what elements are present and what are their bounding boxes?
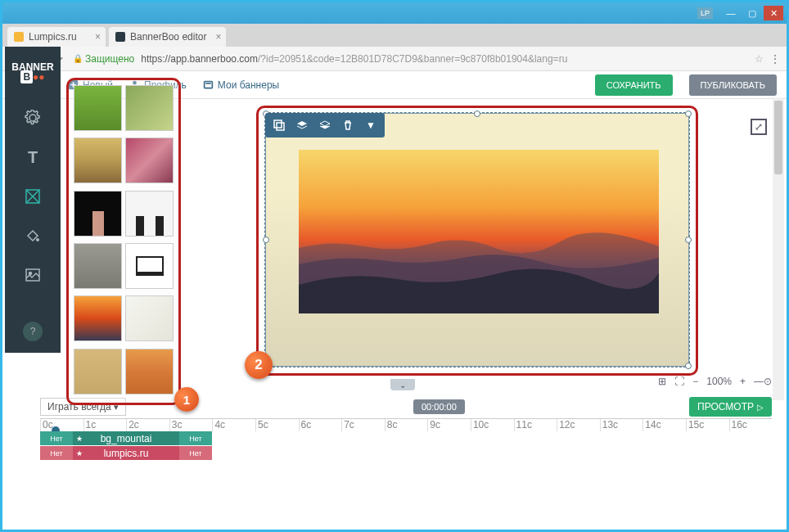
more-icon[interactable]: ▼: [360, 116, 381, 134]
favicon-icon: [115, 32, 125, 42]
star-icon: ★: [76, 435, 83, 443]
zoom-slider-icon[interactable]: —⊙: [754, 376, 772, 387]
resize-handle[interactable]: [685, 237, 692, 243]
zoom-value: 100%: [706, 376, 732, 387]
ruler-tick: 15c: [686, 419, 729, 431]
texture-thumb[interactable]: [74, 349, 122, 394]
image-tool[interactable]: [24, 266, 42, 284]
time-ruler[interactable]: 0c1c2c3c4c5c6c7c8c9c10c11c12c13c14c15c16…: [40, 418, 772, 431]
ruler-tick: 6c: [299, 419, 342, 431]
ruler-tick: 2c: [126, 419, 169, 431]
bookmark-icon[interactable]: ☆: [755, 53, 764, 65]
text-tool[interactable]: T: [24, 148, 42, 166]
help-button[interactable]: ?: [23, 322, 43, 341]
preview-button[interactable]: ПРОСМОТР ▷: [689, 397, 772, 417]
svg-rect-2: [204, 81, 212, 88]
texture-thumb[interactable]: [125, 138, 174, 183]
url-field[interactable]: https://app.bannerboo.com/?id=20951&code…: [141, 53, 748, 65]
segment[interactable]: Нет: [40, 446, 73, 460]
layer-down-icon[interactable]: [314, 116, 336, 134]
tab-lumpics[interactable]: Lumpics.ru ×: [7, 27, 106, 47]
resize-handle[interactable]: [685, 110, 692, 117]
tab-title: Lumpics.ru: [29, 31, 77, 43]
side-toolbar: T ?: [5, 97, 61, 353]
star-icon: ★: [76, 449, 83, 458]
resize-handle[interactable]: [474, 110, 480, 117]
ruler-tick: 13c: [600, 419, 643, 431]
track-row[interactable]: Нет ★lumpics.ru Нет: [40, 446, 772, 460]
close-tab-icon[interactable]: ×: [95, 31, 101, 43]
svg-rect-10: [277, 123, 284, 130]
segment[interactable]: ★bg_mountai: [73, 431, 179, 445]
tab-bannerboo[interactable]: BannerBoo editor ×: [109, 27, 226, 47]
app-logo: BANNERB●●: [5, 47, 61, 97]
texture-thumb[interactable]: [125, 85, 174, 131]
texture-thumb[interactable]: [125, 295, 174, 341]
maximize-button[interactable]: ▢: [742, 6, 762, 20]
texture-thumb[interactable]: [74, 243, 122, 289]
segment[interactable]: Нет: [40, 431, 73, 445]
object-toolbar: ▼: [265, 113, 385, 138]
annotation-marker-1: 1: [174, 387, 199, 412]
svg-rect-3: [205, 83, 211, 84]
minimize-button[interactable]: —: [721, 6, 741, 20]
ruler-tick: 3c: [169, 419, 213, 431]
layer-up-icon[interactable]: [291, 116, 313, 134]
scrollbar[interactable]: [773, 97, 784, 400]
ruler-tick: 9c: [427, 419, 471, 431]
track-row[interactable]: Нет ★bg_mountai Нет: [40, 431, 772, 445]
svg-point-5: [36, 238, 39, 241]
resize-handle[interactable]: [263, 237, 269, 243]
expand-icon[interactable]: ⤢: [751, 119, 767, 135]
zoom-out-icon[interactable]: −: [692, 376, 698, 387]
mybanners-label: Мои баннеры: [218, 79, 279, 91]
texture-grid: [66, 78, 181, 405]
menu-icon[interactable]: ⋮: [770, 53, 780, 65]
fullscreen-icon[interactable]: ⛶: [674, 376, 684, 387]
sunset-image[interactable]: [299, 150, 659, 313]
ruler-tick: 4c: [212, 419, 255, 431]
ruler-tick: 7c: [341, 419, 385, 431]
segment[interactable]: Нет: [179, 431, 212, 445]
texture-tool[interactable]: [24, 187, 42, 205]
svg-rect-9: [274, 120, 282, 128]
timeline-tracks: Нет ★bg_mountai Нет Нет ★lumpics.ru Нет: [40, 431, 772, 461]
texture-thumb[interactable]: [74, 85, 122, 131]
banner-canvas[interactable]: [265, 113, 689, 367]
ruler-tick: 10c: [471, 419, 514, 431]
user-badge: LP: [697, 7, 713, 19]
secure-badge: 🔒 Защищено: [73, 53, 134, 65]
texture-thumb[interactable]: [74, 295, 122, 341]
close-button[interactable]: ✕: [764, 6, 783, 20]
duplicate-icon[interactable]: [268, 116, 290, 134]
ruler-tick: 12c: [557, 419, 600, 431]
delete-icon[interactable]: [337, 116, 358, 134]
ruler-tick: 5c: [255, 419, 299, 431]
secure-label: Защищено: [85, 53, 134, 65]
ruler-tick: 0c: [40, 419, 83, 431]
favicon-icon: [14, 32, 24, 42]
settings-tool[interactable]: [24, 109, 42, 127]
canvas-area: ▼: [256, 106, 698, 376]
fill-tool[interactable]: [24, 227, 42, 245]
texture-thumb[interactable]: [125, 191, 174, 237]
window-titlebar: LP — ▢ ✕: [2, 2, 787, 24]
ruler-tick: 11c: [514, 419, 557, 431]
ruler-tick: 1c: [83, 419, 127, 431]
resize-handle[interactable]: [685, 363, 692, 369]
texture-thumb[interactable]: [125, 349, 174, 394]
zoom-in-icon[interactable]: +: [740, 376, 746, 387]
segment[interactable]: Нет: [179, 446, 212, 460]
segment[interactable]: ★lumpics.ru: [73, 446, 179, 460]
mybanners-button[interactable]: Мои баннеры: [203, 79, 279, 91]
texture-thumb[interactable]: [125, 243, 174, 289]
texture-thumb[interactable]: [74, 191, 122, 237]
grid-snap-icon[interactable]: ⊞: [658, 376, 666, 387]
texture-thumb[interactable]: [74, 138, 122, 183]
zoom-controls: ⊞ ⛶ − 100% + —⊙: [658, 376, 772, 387]
save-button[interactable]: СОХРАНИТЬ: [595, 74, 673, 96]
ruler-tick: 14c: [642, 419, 686, 431]
publish-button[interactable]: ПУБЛИКОВАТЬ: [689, 74, 777, 96]
close-tab-icon[interactable]: ×: [215, 31, 221, 43]
collapse-panel-icon[interactable]: ⌄: [390, 379, 415, 390]
